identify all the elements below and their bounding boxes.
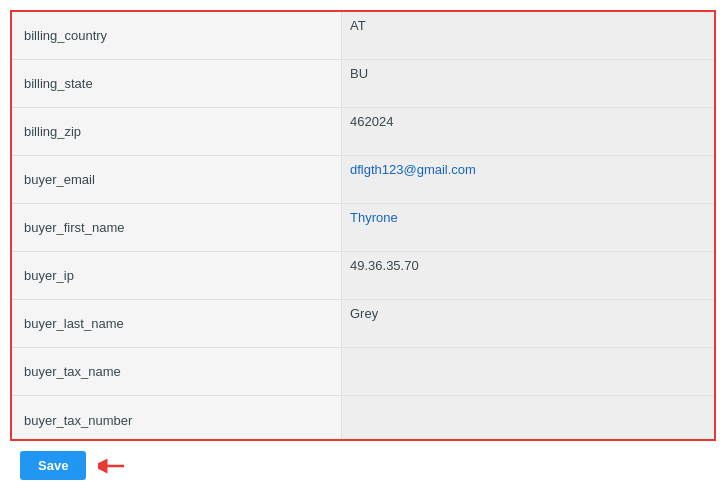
form-row: buyer_tax_number — [12, 396, 714, 439]
field-input[interactable] — [350, 66, 706, 100]
field-label: billing_zip — [12, 108, 342, 155]
field-value — [342, 108, 714, 155]
field-value — [342, 252, 714, 299]
form-row: buyer_tax_name — [12, 348, 714, 396]
field-value — [342, 300, 714, 347]
form-row: buyer_ip — [12, 252, 714, 300]
form-row: billing_state — [12, 60, 714, 108]
form-row: buyer_first_name — [12, 204, 714, 252]
form-container: billing_countrybilling_statebilling_zipb… — [10, 10, 716, 441]
form-row: buyer_last_name — [12, 300, 714, 348]
field-label: buyer_tax_name — [12, 348, 342, 395]
field-input[interactable] — [350, 354, 706, 388]
form-row: billing_country — [12, 12, 714, 60]
field-label: buyer_last_name — [12, 300, 342, 347]
field-input[interactable] — [350, 162, 706, 196]
field-label: buyer_tax_number — [12, 396, 342, 439]
field-value — [342, 396, 714, 439]
field-value — [342, 348, 714, 395]
field-input[interactable] — [350, 114, 706, 148]
field-label: buyer_ip — [12, 252, 342, 299]
field-input[interactable] — [350, 306, 706, 340]
field-label: billing_state — [12, 60, 342, 107]
field-label: buyer_email — [12, 156, 342, 203]
field-input[interactable] — [350, 258, 706, 292]
save-button[interactable]: Save — [20, 451, 86, 480]
form-row: billing_zip — [12, 108, 714, 156]
field-input[interactable] — [350, 210, 706, 244]
field-value — [342, 60, 714, 107]
form-row: buyer_email — [12, 156, 714, 204]
form-scroll[interactable]: billing_countrybilling_statebilling_zipb… — [12, 12, 714, 439]
field-label: billing_country — [12, 12, 342, 59]
field-value — [342, 12, 714, 59]
field-input[interactable] — [350, 18, 706, 52]
field-value — [342, 156, 714, 203]
bottom-bar: Save — [10, 441, 716, 490]
field-label: buyer_first_name — [12, 204, 342, 251]
field-value — [342, 204, 714, 251]
field-input[interactable] — [350, 402, 706, 436]
arrow-icon — [98, 457, 126, 475]
